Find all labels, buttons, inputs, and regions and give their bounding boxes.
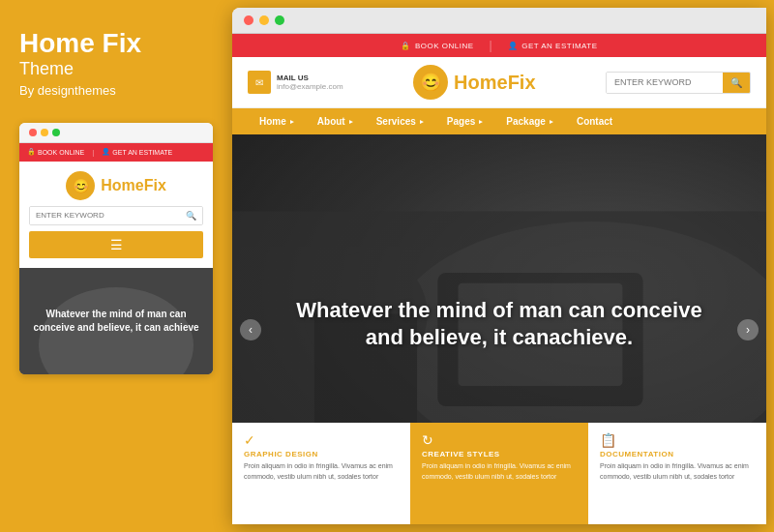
card-body-1: Proin aliquam in odio in fringilla. Viva… (244, 461, 399, 482)
right-panel: 🔒 BOOK ONLINE | 👤 GET AN ESTIMATE ✉ MAIL… (232, 8, 766, 524)
mobile-preview: 🔒 BOOK ONLINE | 👤 GET AN ESTIMATE 😊 Home… (19, 123, 213, 374)
pipe-separator: | (490, 39, 492, 52)
card-title-1: GRAPHIC DESIGN (244, 450, 399, 458)
theme-title-block: Home Fix Theme By designthemes (19, 29, 213, 98)
site-estimate-btn[interactable]: 👤 GET AN ESTIMATE (508, 42, 598, 50)
card-body-2: Proin aliquam in odio in fringilla. Viva… (422, 461, 577, 482)
dot-green (52, 129, 60, 136)
nav-item-contact[interactable]: Contact (565, 108, 624, 134)
site-book-btn[interactable]: 🔒 BOOK ONLINE (401, 42, 473, 50)
nav-arrow-home: ▸ (290, 118, 294, 126)
dot-red (29, 129, 37, 136)
card-doc-icon: 📋 (600, 432, 755, 448)
site-top-bar: 🔒 BOOK ONLINE | 👤 GET AN ESTIMATE (232, 34, 766, 57)
site-search[interactable]: 🔍 (606, 72, 751, 94)
mobile-estimate-btn[interactable]: 👤 GET AN ESTIMATE (102, 148, 172, 156)
nav-item-package[interactable]: Package ▸ (494, 108, 565, 134)
card-creative-styles: ↻ CREATIVE STYLES Proin aliquam in odio … (410, 423, 588, 524)
left-panel: Home Fix Theme By designthemes 🔒 BOOK ON… (0, 0, 232, 532)
mail-icon: ✉ (248, 71, 271, 94)
mobile-browser-bar (19, 123, 213, 143)
browser-dot-green (275, 15, 284, 25)
mobile-top-bar: 🔒 BOOK ONLINE | 👤 GET AN ESTIMATE (19, 143, 213, 162)
browser-dot-red (244, 15, 253, 25)
theme-author: By designthemes (19, 83, 213, 98)
nav-item-pages[interactable]: Pages ▸ (435, 108, 494, 134)
card-body-3: Proin aliquam in odio in fringilla. Viva… (600, 461, 755, 482)
card-graphic-design: ✓ GRAPHIC DESIGN Proin aliquam in odio i… (232, 423, 410, 524)
browser-dot-yellow (259, 15, 269, 25)
site-search-input[interactable] (607, 73, 723, 93)
card-documentation: 📋 DOCUMENTATION Proin aliquam in odio in… (588, 423, 766, 524)
site-header: ✉ MAIL US info@example.com 😊 HomeFix 🔍 (232, 57, 766, 108)
site-nav: Home ▸ About ▸ Services ▸ Pages ▸ Packag… (232, 108, 766, 134)
nav-arrow-pages: ▸ (479, 118, 483, 126)
hero-heading: Whatever the mind of man can conceive an… (285, 296, 713, 351)
dot-yellow (41, 129, 48, 136)
hero-text-block: Whatever the mind of man can conceive an… (285, 296, 713, 351)
mobile-hero: Whatever the mind of man can conceive an… (19, 268, 213, 374)
mobile-header: 😊 HomeFix 🔍 ☰ (19, 162, 213, 268)
mobile-search-btn[interactable]: 🔍 (180, 207, 202, 224)
site-hero: Whatever the mind of man can conceive an… (232, 134, 766, 524)
mail-info: MAIL US info@example.com (277, 74, 343, 91)
mail-label: MAIL US (277, 74, 343, 82)
hero-prev-btn[interactable]: ‹ (240, 319, 261, 340)
mobile-menu-btn[interactable]: ☰ (29, 231, 203, 258)
top-bar-separator: | (92, 148, 94, 157)
nav-arrow-about: ▸ (349, 118, 353, 126)
nav-arrow-package: ▸ (550, 118, 553, 126)
card-title-2: CREATIVE STYLES (422, 450, 577, 458)
website-content: 🔒 BOOK ONLINE | 👤 GET AN ESTIMATE ✉ MAIL… (232, 34, 766, 524)
nav-item-about[interactable]: About ▸ (306, 108, 365, 134)
site-logo[interactable]: 😊 HomeFix (413, 65, 535, 100)
card-refresh-icon: ↻ (422, 432, 577, 448)
nav-item-home[interactable]: Home ▸ (248, 108, 306, 134)
card-title-3: DOCUMENTATION (600, 450, 755, 458)
browser-chrome (232, 8, 766, 34)
nav-item-services[interactable]: Services ▸ (365, 108, 435, 134)
mobile-logo-text: HomeFix (101, 177, 166, 194)
site-logo-icon: 😊 (413, 65, 448, 100)
site-search-btn[interactable]: 🔍 (723, 73, 750, 93)
site-mail: ✉ MAIL US info@example.com (248, 71, 343, 94)
card-check-icon: ✓ (244, 432, 399, 448)
site-logo-text: HomeFix (454, 72, 535, 94)
mobile-search-input[interactable] (30, 207, 180, 224)
mobile-search[interactable]: 🔍 (29, 206, 203, 225)
hero-next-btn[interactable]: › (737, 319, 759, 340)
mail-address: info@example.com (277, 82, 343, 91)
mobile-hero-text: Whatever the mind of man can conceive an… (19, 300, 213, 342)
mobile-logo: 😊 HomeFix (66, 171, 166, 200)
mobile-logo-icon: 😊 (66, 171, 95, 200)
theme-subtitle: Theme (19, 59, 213, 79)
nav-arrow-services: ▸ (420, 118, 424, 126)
cards-row: ✓ GRAPHIC DESIGN Proin aliquam in odio i… (232, 423, 766, 524)
theme-title: Home Fix (19, 29, 213, 59)
mobile-book-btn[interactable]: 🔒 BOOK ONLINE (27, 148, 84, 156)
